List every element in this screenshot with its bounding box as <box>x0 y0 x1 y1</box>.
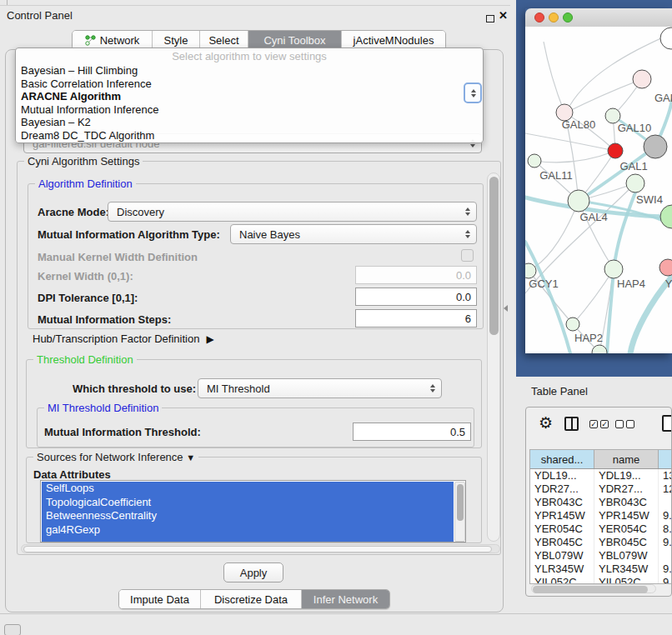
show-columns-icon[interactable]: ✓ ✓ <box>589 420 609 428</box>
tab-style[interactable]: Style <box>153 31 200 49</box>
column-layout-icon[interactable] <box>564 417 579 431</box>
network-node[interactable] <box>660 28 672 49</box>
tab-discretize-data[interactable]: Discretize Data <box>201 590 302 608</box>
table-row[interactable]: YBR045CYBR045C9. <box>530 536 672 549</box>
kernel-width-field[interactable]: 0.0 <box>355 266 477 284</box>
apply-button[interactable]: Apply <box>223 562 283 582</box>
hub-tf-definition-toggle[interactable]: Hub/Transcription Factor Definition▶ <box>33 332 214 345</box>
manual-kernel-width-checkbox[interactable] <box>461 249 474 262</box>
algorithm-option-bayesian-hill-climbing[interactable]: Bayesian – Hill Climbing <box>19 64 479 78</box>
network-node-swi4[interactable] <box>660 205 672 228</box>
zoom-window-icon[interactable] <box>563 12 573 22</box>
tab-cyni-toolbox[interactable]: Cyni Toolbox <box>248 31 342 49</box>
dpi-tolerance-field[interactable]: 0.0 <box>355 288 477 306</box>
unchecked-box-icon <box>626 420 634 428</box>
table-row[interactable]: YBL079WYBL079W <box>530 549 672 562</box>
network-node[interactable] <box>644 135 667 158</box>
attributes-scrollbar[interactable] <box>454 482 465 542</box>
node-label: HAP2 <box>574 332 603 344</box>
network-node[interactable] <box>626 174 644 192</box>
settings-hscrollbar[interactable] <box>21 544 500 553</box>
attribute-item-betweennesscentrality[interactable]: BetweennessCentrality <box>42 509 454 523</box>
network-edge[interactable] <box>525 133 615 151</box>
network-canvas[interactable]: GALGAL80GAL10GAL1GAL11GAL4SWI4GCY1HAP4YH… <box>525 27 672 353</box>
attributes-scrollbar-thumb[interactable] <box>457 484 464 521</box>
algorithm-option-dream8-dc-tdc-algorithm[interactable]: Dream8 DC_TDC Algorithm <box>19 129 479 142</box>
network-node-hap4[interactable] <box>604 260 623 278</box>
hide-columns-icon[interactable] <box>615 420 634 428</box>
which-threshold-combo[interactable]: MI Threshold <box>198 378 442 398</box>
tab-infer-network[interactable]: Infer Network <box>302 590 389 608</box>
table-row[interactable]: YPR145WYPR145W9. <box>530 509 672 522</box>
application-root: Control Panel ✕ NetworkStyleSelectCyni T… <box>0 0 672 635</box>
network-graph[interactable]: GALGAL80GAL10GAL1GAL11GAL4SWI4GCY1HAP4YH… <box>525 27 672 353</box>
mi-threshold-field[interactable]: 0.5 <box>353 422 471 441</box>
network-window-titlebar[interactable] <box>525 8 672 28</box>
corner-button[interactable] <box>4 624 21 635</box>
sources-title[interactable]: Sources for Network Inference ▼ <box>33 451 198 463</box>
table-row[interactable]: YIL052CYIL052C9. <box>530 576 672 584</box>
node-label: GCY1 <box>529 278 558 290</box>
network-node-y[interactable] <box>659 259 672 276</box>
mi-steps-field[interactable]: 6 <box>355 309 477 328</box>
aracne-mode-label: Aracne Mode: <box>38 206 109 218</box>
settings-hscrollbar-thumb[interactable] <box>23 546 492 552</box>
node-label: HAP4 <box>617 278 645 290</box>
bottom-divider <box>0 613 672 614</box>
collapse-down-icon: ▼ <box>186 452 195 462</box>
algorithm-option-bayesian-k2[interactable]: Bayesian – K2 <box>19 116 479 129</box>
table-hscrollbar-thumb[interactable] <box>533 586 648 593</box>
network-node-gcy1[interactable] <box>525 263 536 278</box>
table-row[interactable]: YDL19...YDL19...13 <box>530 469 672 482</box>
table-cell: 12 <box>659 482 672 496</box>
algorithm-option-mutual-information-inference[interactable]: Mutual Information Inference <box>19 103 479 117</box>
algorithm-option-aracne-algorithm[interactable]: ARACNE Algorithm <box>19 90 479 103</box>
gear-icon[interactable]: ⚙ <box>539 414 553 432</box>
network-edge[interactable] <box>534 151 615 162</box>
panel-resize-handle[interactable] <box>504 305 508 312</box>
attribute-item-gal4rgexp[interactable]: gal4RGexp <box>42 523 454 538</box>
network-edge[interactable] <box>573 269 614 324</box>
table-body: YDL19...YDL19...13YDR27...YDR27...12YBR0… <box>530 469 672 584</box>
float-panel-icon[interactable] <box>486 15 494 22</box>
close-panel-icon[interactable]: ✕ <box>499 9 508 22</box>
column-header-shared-[interactable]: shared... <box>530 450 594 468</box>
node-table[interactable]: shared...nameA YDL19...YDL19...13YDR27..… <box>529 449 672 584</box>
network-node-gal4[interactable] <box>568 190 589 212</box>
aracne-mode-combo[interactable]: Discovery <box>108 202 477 222</box>
tab-jactivemnodules[interactable]: jActiveMNodules <box>342 31 445 49</box>
settings-scrollbar-thumb[interactable] <box>489 177 499 335</box>
document-icon[interactable] <box>662 415 672 432</box>
attribute-item-selfloops[interactable]: SelfLoops <box>42 482 454 496</box>
network-node-gal1[interactable] <box>608 143 623 158</box>
algorithm-option-basic-correlation-inference[interactable]: Basic Correlation Inference <box>19 78 479 91</box>
network-node-gal[interactable] <box>633 70 651 88</box>
table-hscrollbar[interactable] <box>531 584 656 593</box>
node-label: GAL <box>654 92 672 104</box>
tab-select[interactable]: Select <box>200 31 248 49</box>
network-node[interactable] <box>592 345 607 353</box>
network-node-hap2[interactable] <box>566 318 579 331</box>
table-row[interactable]: YDR27...YDR27...12 <box>530 482 672 496</box>
minimize-window-icon[interactable] <box>549 12 559 22</box>
close-window-icon[interactable] <box>534 12 544 22</box>
table-row[interactable]: YER054CYER054C8. <box>530 522 672 536</box>
settings-scrollbar[interactable] <box>487 172 500 542</box>
network-edge[interactable] <box>544 42 564 112</box>
which-threshold-value: MI Threshold <box>207 382 270 395</box>
column-header-a[interactable]: A <box>659 450 672 468</box>
threshold-definition-title: Threshold Definition <box>33 353 137 366</box>
tab-impute-data[interactable]: Impute Data <box>119 590 201 608</box>
table-cell: 9. <box>659 536 672 549</box>
column-header-name[interactable]: name <box>594 450 659 468</box>
network-node-gal11[interactable] <box>528 154 541 168</box>
network-edge-strong[interactable] <box>525 242 570 353</box>
table-row[interactable]: YBR043CYBR043C <box>530 496 672 509</box>
tab-network[interactable]: Network <box>73 31 153 49</box>
table-cell: YDR27... <box>594 482 659 496</box>
focused-combo-stepper[interactable] <box>464 82 482 103</box>
attribute-item-topologicalcoefficient[interactable]: TopologicalCoefficient <box>42 496 454 510</box>
data-attributes-listbox[interactable]: SelfLoopsTopologicalCoefficientBetweenne… <box>40 480 466 542</box>
mi-algorithm-type-combo[interactable]: Naive Bayes <box>230 224 477 244</box>
table-row[interactable]: YLR345WYLR345W9. <box>530 562 672 576</box>
